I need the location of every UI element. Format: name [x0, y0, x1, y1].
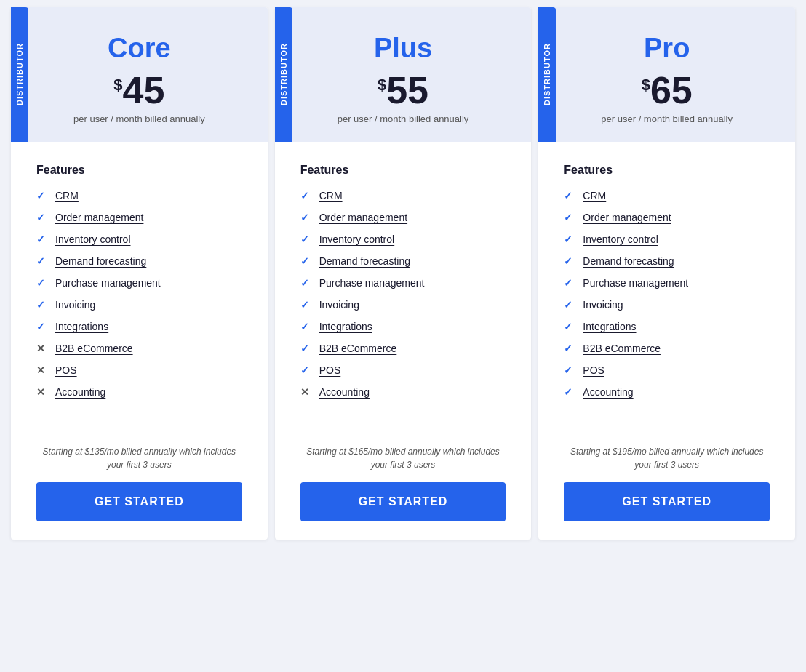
starting-text-core: Starting at $135/mo billed annually whic…: [36, 445, 242, 471]
feature-item: ✓Order management: [564, 212, 770, 223]
check-icon: ✓: [300, 255, 312, 267]
feature-label: Purchase management: [55, 277, 161, 289]
cross-icon: ✕: [36, 386, 48, 398]
divider: [300, 423, 506, 423]
get-started-button-plus[interactable]: GET STARTED: [300, 482, 506, 521]
feature-item: ✓Purchase management: [36, 277, 242, 289]
cross-icon: ✕: [36, 343, 48, 354]
feature-label: POS: [55, 364, 77, 376]
feature-item: ✕Accounting: [300, 386, 506, 398]
starting-text-plus: Starting at $165/mo billed annually whic…: [300, 445, 506, 471]
feature-label: CRM: [583, 190, 606, 201]
feature-list-pro: ✓CRM✓Order management✓Inventory control✓…: [564, 190, 770, 408]
check-icon: ✓: [36, 277, 48, 289]
price-period-plus: per user / month billed annually: [338, 113, 469, 124]
price-symbol-plus: $: [378, 76, 386, 95]
feature-item: ✓Demand forecasting: [36, 255, 242, 267]
plan-name-core: Core: [108, 33, 171, 64]
check-icon: ✓: [300, 343, 312, 354]
feature-label: Accounting: [319, 386, 370, 398]
feature-label: Inventory control: [55, 233, 131, 245]
price-amount-plus: 55: [386, 71, 428, 109]
feature-label: Accounting: [55, 386, 105, 398]
plan-card-pro: DistributorPro$65per user / month billed…: [538, 7, 795, 540]
check-icon: ✓: [564, 386, 575, 398]
plan-price-core: $45: [113, 71, 164, 109]
get-started-button-core[interactable]: GET STARTED: [36, 482, 242, 521]
divider: [564, 423, 770, 423]
price-symbol-pro: $: [642, 76, 650, 95]
plan-body-pro: Features✓CRM✓Order management✓Inventory …: [538, 142, 795, 423]
feature-item: ✓CRM: [300, 190, 506, 201]
feature-label: B2B eCommerce: [583, 343, 661, 354]
feature-item: ✕Accounting: [36, 386, 242, 398]
feature-item: ✓CRM: [36, 190, 242, 201]
plan-footer-plus: Starting at $165/mo billed annually whic…: [275, 438, 532, 540]
distributor-badge-plus: Distributor: [275, 7, 292, 142]
feature-item: ✓Accounting: [564, 386, 770, 398]
price-symbol-core: $: [113, 76, 122, 95]
check-icon: ✓: [564, 255, 575, 267]
plan-name-plus: Plus: [374, 33, 432, 64]
feature-label: Invoicing: [55, 299, 95, 311]
price-amount-core: 45: [123, 71, 165, 109]
feature-label: Order management: [583, 212, 671, 223]
feature-label: CRM: [55, 190, 79, 201]
check-icon: ✓: [564, 190, 575, 201]
feature-item: ✓B2B eCommerce: [300, 343, 506, 354]
feature-item: ✓POS: [564, 364, 770, 376]
feature-label: Inventory control: [319, 233, 395, 245]
plan-card-plus: DistributorPlus$55per user / month bille…: [275, 7, 532, 540]
check-icon: ✓: [36, 233, 48, 245]
feature-item: ✓Invoicing: [564, 299, 770, 311]
feature-label: Invoicing: [583, 299, 623, 311]
feature-item: ✓Integrations: [300, 321, 506, 332]
feature-list-core: ✓CRM✓Order management✓Inventory control✓…: [36, 190, 242, 408]
price-amount-pro: 65: [650, 71, 693, 109]
feature-item: ✓Demand forecasting: [300, 255, 506, 267]
feature-item: ✓Integrations: [36, 321, 242, 332]
check-icon: ✓: [36, 321, 48, 332]
cross-icon: ✕: [36, 364, 48, 376]
plan-name-pro: Pro: [644, 33, 690, 64]
plan-footer-core: Starting at $135/mo billed annually whic…: [11, 438, 268, 540]
plan-footer-pro: Starting at $195/mo billed annually whic…: [538, 438, 795, 540]
feature-label: B2B eCommerce: [319, 343, 397, 354]
plan-price-pro: $65: [642, 71, 693, 109]
check-icon: ✓: [36, 299, 48, 311]
feature-label: Invoicing: [319, 299, 359, 311]
check-icon: ✓: [300, 190, 312, 201]
check-icon: ✓: [564, 364, 575, 376]
feature-label: Demand forecasting: [55, 255, 146, 267]
feature-item: ✓Invoicing: [300, 299, 506, 311]
feature-item: ✓Inventory control: [36, 233, 242, 245]
check-icon: ✓: [564, 321, 575, 332]
feature-label: POS: [583, 364, 604, 376]
feature-label: Demand forecasting: [583, 255, 674, 267]
plan-price-plus: $55: [378, 71, 428, 109]
feature-item: ✓Invoicing: [36, 299, 242, 311]
plan-header-pro: DistributorPro$65per user / month billed…: [538, 7, 795, 142]
feature-list-plus: ✓CRM✓Order management✓Inventory control✓…: [300, 190, 506, 408]
plan-header-plus: DistributorPlus$55per user / month bille…: [275, 7, 532, 142]
check-icon: ✓: [564, 212, 575, 223]
feature-label: Integrations: [583, 321, 636, 332]
plan-body-plus: Features✓CRM✓Order management✓Inventory …: [275, 142, 532, 423]
check-icon: ✓: [300, 321, 312, 332]
starting-text-pro: Starting at $195/mo billed annually whic…: [564, 445, 770, 471]
check-icon: ✓: [300, 364, 312, 376]
feature-item: ✓Inventory control: [300, 233, 506, 245]
feature-item: ✓Purchase management: [564, 277, 770, 289]
feature-label: Order management: [319, 212, 407, 223]
feature-label: Demand forecasting: [319, 255, 410, 267]
check-icon: ✓: [300, 299, 312, 311]
check-icon: ✓: [300, 212, 312, 223]
check-icon: ✓: [36, 190, 48, 201]
distributor-badge-core: Distributor: [11, 7, 28, 142]
check-icon: ✓: [36, 212, 48, 223]
plan-card-core: DistributorCore$45per user / month bille…: [11, 7, 268, 540]
feature-item: ✓Order management: [36, 212, 242, 223]
feature-item: ✓Order management: [300, 212, 506, 223]
get-started-button-pro[interactable]: GET STARTED: [564, 482, 770, 521]
feature-label: Order management: [55, 212, 143, 223]
